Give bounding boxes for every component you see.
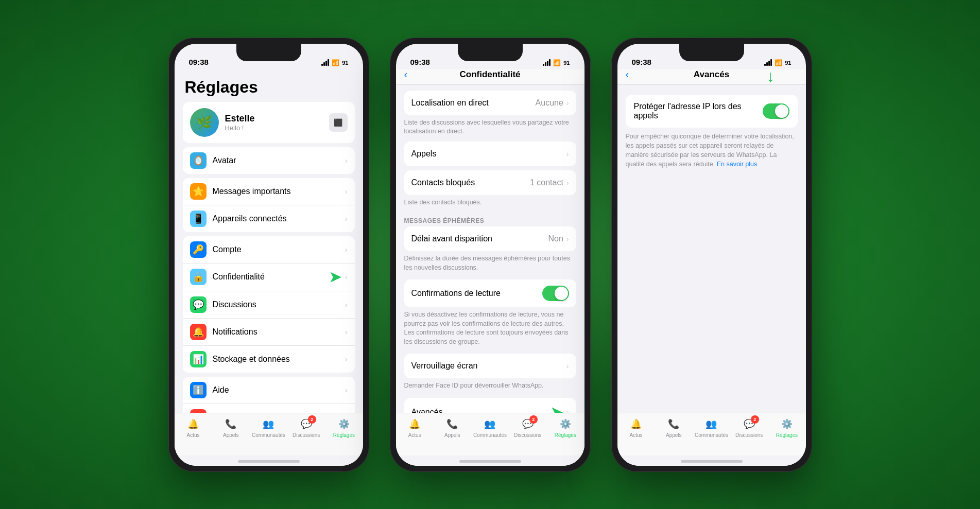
stockage-row[interactable]: 📊 Stockage et données ›: [183, 346, 355, 373]
tab-communautes-2[interactable]: 👥 Communautés: [474, 417, 505, 438]
reglages-label-3: Réglages: [776, 432, 798, 438]
info-icon: ℹ️: [190, 382, 207, 398]
protect-ip-row[interactable]: Protéger l'adresse IP lors des appels: [626, 95, 798, 128]
qr-button[interactable]: ⬛: [329, 113, 348, 132]
actus-icon-1: 🔔: [186, 417, 200, 431]
aide-row[interactable]: ℹ️ Aide ›: [183, 377, 355, 404]
stockage-label: Stockage et données: [213, 355, 290, 363]
tab-communautes-1[interactable]: 👥 Communautés: [253, 417, 284, 438]
appareils-row[interactable]: 📱 Appareils connectés ›: [183, 205, 355, 232]
qr-icon: ⬛: [334, 118, 342, 127]
appels-label-1: Appels: [223, 432, 239, 438]
ephemeral-card: Délai avant disparition Non ›: [404, 226, 576, 251]
tab-actus-2[interactable]: 🔔 Actus: [399, 417, 430, 438]
contacts-section: Contacts bloqués 1 contact › Liste des c…: [396, 170, 584, 213]
avances-chevron: ›: [566, 408, 569, 413]
tab-appels-3[interactable]: 📞 Appels: [658, 417, 689, 438]
appareils-chevron: ›: [345, 215, 348, 223]
notch-3: [679, 44, 744, 61]
appels-icon-2: 📞: [445, 417, 459, 431]
actus-label-1: Actus: [187, 432, 200, 438]
confidentialite-label: Confidentialité: [213, 272, 265, 281]
communautes-icon-2: 👥: [483, 417, 496, 431]
lecture-toggle[interactable]: [542, 286, 569, 301]
tab-appels-1[interactable]: 📞 Appels: [215, 417, 246, 438]
contacts-desc: Liste des contacts bloqués.: [396, 195, 584, 213]
delai-row[interactable]: Délai avant disparition Non ›: [404, 226, 576, 251]
discussions-icon-2: 💬 2: [521, 417, 535, 431]
verrou-chevron: ›: [566, 362, 569, 370]
tab-reglages-2[interactable]: ⚙️ Réglages: [550, 417, 581, 438]
avatar: 🌿: [190, 108, 219, 137]
avances-card-link: Avancés ➤ ›: [404, 398, 576, 413]
contacts-card: Contacts bloqués 1 contact ›: [404, 170, 576, 195]
discussions-badge-1: 2: [308, 415, 316, 424]
communautes-label-1: Communautés: [252, 432, 285, 438]
nav-title-3: Avancés: [694, 69, 729, 80]
actus-label-2: Actus: [408, 432, 421, 438]
confidentialite-row[interactable]: 🔒 Confidentialité ➤ ›: [183, 264, 355, 291]
chat-icon: 💬: [190, 296, 207, 313]
communautes-icon-3: 👥: [704, 417, 718, 431]
localisation-chevron: ›: [566, 99, 569, 107]
verrou-row[interactable]: Verrouillage écran ›: [404, 354, 576, 378]
avatar-row[interactable]: 🪞 Avatar ›: [183, 147, 355, 174]
appels-conf-row[interactable]: Appels ›: [404, 142, 576, 166]
profile-text: Estelle Hello !: [225, 113, 329, 132]
tab-appels-2[interactable]: 📞 Appels: [437, 417, 468, 438]
tab-reglages-1[interactable]: ⚙️ Réglages: [329, 417, 359, 438]
en-savoir-plus-link[interactable]: En savoir plus: [717, 161, 758, 168]
lecture-section: Confirmations de lecture Si vous désacti…: [396, 279, 584, 352]
profile-subtitle: Hello !: [225, 124, 329, 132]
notifications-row[interactable]: 🔔 Notifications ›: [183, 319, 355, 346]
appels-icon-1: 📞: [224, 417, 237, 431]
compte-row[interactable]: 🔑 Compte ›: [183, 236, 355, 264]
messages-importants-row[interactable]: ⭐ Messages importants ›: [183, 178, 355, 205]
discussions-tab-label-1: Discussions: [293, 432, 320, 438]
appareils-label: Appareils connectés: [213, 214, 287, 223]
bell-icon: 🔔: [190, 324, 207, 340]
tab-discussions-3[interactable]: 💬 2 Discussions: [734, 417, 765, 438]
messages-importants-label: Messages importants: [213, 187, 291, 196]
chart-icon: 📊: [190, 351, 207, 367]
protect-ip-desc: Pour empêcher quiconque de déterminer vo…: [617, 128, 806, 178]
back-button-2[interactable]: ‹: [404, 69, 408, 81]
contacts-row[interactable]: Contacts bloqués 1 contact ›: [404, 170, 576, 195]
avances-row[interactable]: Avancés ➤ ›: [404, 398, 576, 413]
inviter-row[interactable]: ❤️ Inviter un contact ›: [183, 404, 355, 413]
status-time-2: 09:38: [410, 58, 430, 66]
signal-icon-2: [543, 59, 551, 66]
signal-icon-3: [764, 59, 772, 66]
confidentialite-arrow: ➤: [329, 269, 341, 286]
reglages-icon-1: ⚙️: [337, 417, 351, 431]
appels-conf-label: Appels: [411, 149, 566, 159]
messages-importants-chevron: ›: [345, 187, 348, 196]
confidentialite-chevron: ›: [345, 273, 348, 281]
appels-label-2: Appels: [444, 432, 460, 438]
avances-label: Avancés: [411, 408, 551, 413]
tab-discussions-2[interactable]: 💬 2 Discussions: [512, 417, 543, 438]
profile-row[interactable]: 🌿 Estelle Hello ! ⬛: [183, 102, 355, 143]
lecture-row[interactable]: Confirmations de lecture: [404, 279, 576, 307]
protect-ip-toggle[interactable]: [763, 103, 789, 119]
status-icons-1: 📶 91: [321, 59, 348, 66]
tab-actus-1[interactable]: 🔔 Actus: [178, 417, 209, 438]
discussions-chevron: ›: [345, 301, 348, 309]
tab-reglages-3[interactable]: ⚙️ Réglages: [771, 417, 802, 438]
appels-label-3: Appels: [666, 432, 682, 438]
discussions-row[interactable]: 💬 Discussions ›: [183, 291, 355, 319]
back-button-3[interactable]: ‹: [626, 69, 629, 81]
key-icon: 🔑: [190, 241, 207, 258]
localisation-row[interactable]: Localisation en direct Aucune ›: [404, 91, 576, 115]
localisation-value: Aucune: [536, 98, 563, 108]
profile-card[interactable]: 🌿 Estelle Hello ! ⬛: [183, 102, 355, 143]
compte-chevron: ›: [345, 245, 348, 254]
tab-communautes-3[interactable]: 👥 Communautés: [696, 417, 727, 438]
back-chevron-2: ‹: [404, 69, 408, 81]
tab-actus-3[interactable]: 🔔 Actus: [621, 417, 651, 438]
tab-discussions-1[interactable]: 💬 2 Discussions: [291, 417, 322, 438]
verrou-desc: Demander Face ID pour déverrouiller What…: [396, 378, 584, 396]
star-icon: ⭐: [190, 183, 207, 200]
heart-icon: ❤️: [190, 409, 207, 413]
notch-1: [236, 44, 301, 61]
